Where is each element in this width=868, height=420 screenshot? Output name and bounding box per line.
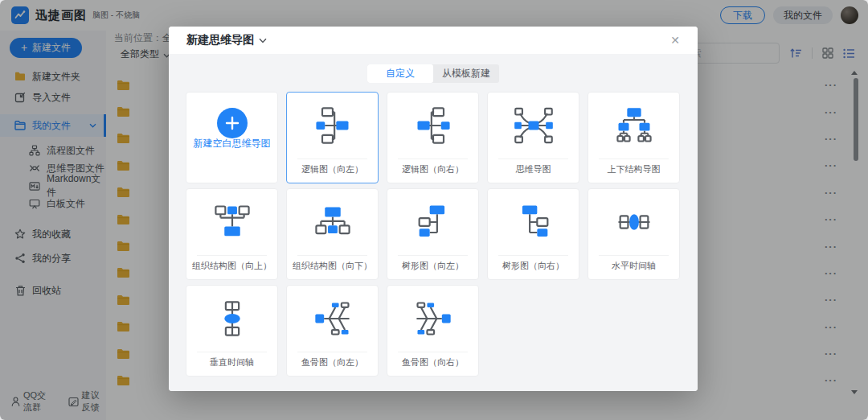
card-divider xyxy=(398,352,468,352)
modal-header: 新建思维导图 ✕ xyxy=(169,27,698,54)
template-card-tree-right[interactable]: 树形图（向右） xyxy=(487,188,579,280)
template-card-logic-right[interactable]: 逻辑图（向右） xyxy=(387,92,479,183)
template-card-top-down[interactable]: 上下结构导图 xyxy=(588,92,680,183)
card-label: 鱼骨图（向左） xyxy=(287,356,378,369)
card-divider xyxy=(599,255,669,256)
tab-custom[interactable]: 自定义 xyxy=(367,64,433,83)
template-card-org-up[interactable]: 组织结构图（向上） xyxy=(186,188,278,280)
card-label: 新建空白思维导图 xyxy=(186,137,277,150)
plus-circle-icon xyxy=(217,108,248,138)
modal-title: 新建思维导图 xyxy=(186,33,254,47)
card-divider xyxy=(297,255,367,256)
card-label: 树形图（向左） xyxy=(387,260,478,272)
card-label: 树形图（向右） xyxy=(488,260,579,272)
mindmap-diagram-icon xyxy=(513,105,555,150)
template-card-fishbone-right[interactable]: 鱼骨图（向右） xyxy=(387,285,479,377)
template-card-org-down[interactable]: 组织结构图（向下） xyxy=(286,188,379,280)
template-card-blank[interactable]: 新建空白思维导图 xyxy=(186,92,278,183)
card-label: 垂直时间轴 xyxy=(186,356,277,369)
card-divider xyxy=(498,159,568,159)
template-card-fishbone-left[interactable]: 鱼骨图（向左） xyxy=(286,285,379,377)
template-grid: 新建空白思维导图逻辑图（向左）逻辑图（向右）思维导图上下结构导图组织结构图（向上… xyxy=(186,92,698,377)
card-divider xyxy=(398,159,468,159)
template-card-timeline-v[interactable]: 垂直时间轴 xyxy=(186,285,278,377)
org-up-diagram-icon xyxy=(211,201,253,246)
chevron-down-icon[interactable] xyxy=(259,38,267,43)
org-down-diagram-icon xyxy=(312,201,354,246)
modal-tabs: 自定义从模板新建 xyxy=(367,64,499,83)
fishbone-left-diagram-icon xyxy=(312,298,354,343)
card-divider xyxy=(599,159,669,159)
new-mindmap-modal: 新建思维导图 ✕ 自定义从模板新建 新建空白思维导图逻辑图（向左）逻辑图（向右）… xyxy=(169,27,698,391)
logic-right-diagram-icon xyxy=(412,105,454,150)
timeline-v-diagram-icon xyxy=(211,298,253,343)
app-window: 迅捷画图 脑图 - 不烧脑 下载 我的文件 + 新建文件 新建文件夹导入文件我的… xyxy=(0,0,868,420)
card-label: 组织结构图（向下） xyxy=(287,260,378,272)
card-divider xyxy=(197,352,267,352)
tab-from-template[interactable]: 从模板新建 xyxy=(433,64,499,83)
card-divider xyxy=(398,255,468,256)
card-label: 组织结构图（向上） xyxy=(186,260,277,272)
modal-body: 自定义从模板新建 新建空白思维导图逻辑图（向左）逻辑图（向右）思维导图上下结构导… xyxy=(169,54,698,391)
card-label: 水平时间轴 xyxy=(588,260,679,272)
fishbone-right-diagram-icon xyxy=(412,298,454,343)
card-divider xyxy=(498,255,568,256)
tree-left-diagram-icon xyxy=(412,201,454,246)
template-card-tree-left[interactable]: 树形图（向左） xyxy=(387,188,479,280)
timeline-h-diagram-icon xyxy=(613,201,655,246)
card-divider xyxy=(197,255,267,256)
template-card-logic-left[interactable]: 逻辑图（向左） xyxy=(286,92,379,183)
template-card-mindmap[interactable]: 思维导图 xyxy=(487,92,579,183)
close-icon[interactable]: ✕ xyxy=(670,35,680,46)
card-divider xyxy=(297,159,367,159)
card-label: 鱼骨图（向右） xyxy=(387,356,478,369)
logic-left-diagram-icon xyxy=(312,105,354,150)
card-label: 思维导图 xyxy=(488,163,579,175)
card-divider xyxy=(297,352,367,352)
card-label: 逻辑图（向左） xyxy=(287,163,378,175)
card-label: 逻辑图（向右） xyxy=(387,163,478,175)
template-card-timeline-h[interactable]: 水平时间轴 xyxy=(588,188,680,280)
tree-right-diagram-icon xyxy=(513,201,555,246)
top-down-diagram-icon xyxy=(613,105,655,150)
card-label: 上下结构导图 xyxy=(588,163,679,175)
